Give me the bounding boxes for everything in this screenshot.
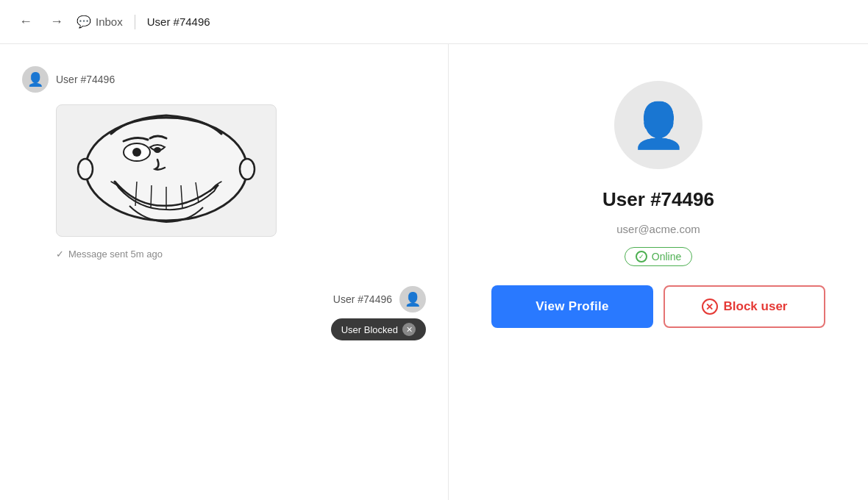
block-user-button[interactable]: ✕ Block user (664, 285, 825, 328)
check-icon: ✓ (56, 249, 64, 260)
image-message-bubble (56, 104, 277, 237)
action-buttons: View Profile ✕ Block user (471, 285, 846, 328)
online-dot-icon (636, 251, 647, 262)
profile-avatar-icon: 👤 (631, 99, 686, 151)
avatar-icon: 👤 (27, 71, 43, 88)
inbox-link[interactable]: 💬 Inbox (77, 15, 123, 29)
profile-avatar: 👤 (614, 81, 702, 169)
back-button[interactable]: ← (15, 11, 37, 32)
troll-face-image (71, 112, 262, 229)
blocked-badge-label: User Blocked (341, 324, 398, 335)
sender-name: User #74496 (56, 74, 115, 85)
main-layout: 👤 User #74496 (0, 44, 868, 500)
svg-point-9 (78, 159, 93, 179)
svg-point-3 (154, 147, 161, 153)
chat-icon: 💬 (77, 15, 91, 29)
right-sender-avatar: 👤 (399, 286, 426, 312)
right-avatar-icon: 👤 (405, 291, 421, 307)
right-panel: 👤 User #74496 user@acme.com Online View … (449, 44, 868, 500)
block-icon: ✕ (702, 299, 718, 315)
svg-point-10 (240, 159, 255, 179)
message-status: ✓ Message sent 5m ago (56, 249, 426, 260)
sender-avatar: 👤 (22, 66, 49, 93)
view-profile-button[interactable]: View Profile (491, 285, 653, 328)
right-message-area: User #74496 👤 User Blocked ✕ (22, 286, 426, 340)
online-status-label: Online (652, 251, 681, 262)
inbox-label: Inbox (96, 15, 123, 28)
blocked-badge: User Blocked ✕ (331, 318, 426, 340)
profile-email: user@acme.com (616, 223, 700, 235)
header-divider (135, 15, 135, 29)
right-sender-name: User #74496 (333, 293, 392, 305)
breadcrumb-title: User #74496 (147, 15, 210, 28)
message-sent-text: Message sent 5m ago (68, 249, 163, 260)
blocked-x-icon: ✕ (402, 323, 416, 336)
profile-name: User #74496 (602, 188, 714, 211)
svg-point-2 (132, 148, 141, 157)
svg-line-5 (151, 185, 152, 208)
message-header: 👤 User #74496 (22, 66, 426, 93)
forward-button[interactable]: → (46, 11, 68, 32)
block-user-label: Block user (724, 299, 788, 314)
right-message-header: User #74496 👤 (333, 286, 426, 312)
online-status-badge: Online (625, 247, 692, 266)
header: ← → 💬 Inbox User #74496 (0, 0, 868, 44)
left-panel: 👤 User #74496 (0, 44, 449, 500)
